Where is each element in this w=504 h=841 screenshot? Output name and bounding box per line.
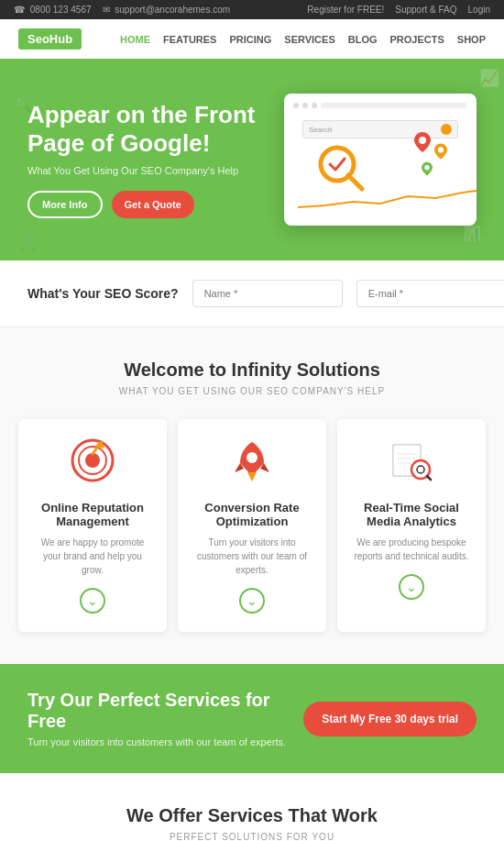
hero-buttons: More Info Get a Quote <box>27 191 284 218</box>
browser-mockup: Search <box>284 94 477 226</box>
hero-content: 🛒 📈 🔍 📊 Appear on the Front Page of Goog… <box>0 59 504 260</box>
register-link[interactable]: Register for FREE! <box>307 5 384 15</box>
map-pin-3 <box>422 161 433 179</box>
topbar-left: ☎ 0800 123 4567 ✉ support@ancorahemes.co… <box>14 5 230 15</box>
seo-name-input[interactable] <box>192 280 343 307</box>
card-conversion: Conversion Rate Optimization Turn your v… <box>178 419 326 632</box>
map-pin-2 <box>434 143 447 162</box>
search-bar-mock: Search <box>302 120 458 138</box>
deco-chart-icon: 📈 <box>479 68 499 88</box>
cta-text: Try Our Perfect Services for Free Turn y… <box>27 690 303 747</box>
card-analytics-title: Real-Time Social Media Analytics <box>351 501 472 528</box>
card-reputation-button[interactable]: ⌄ <box>80 588 105 614</box>
get-quote-button[interactable]: Get a Quote <box>112 191 194 218</box>
search-orange-button <box>441 124 452 135</box>
services-header: We Offer Services That Work PERFECT SOLU… <box>18 805 486 841</box>
cta-subtitle: Turn your visitors into customers with o… <box>27 736 303 747</box>
nav-projects[interactable]: PROJECTS <box>390 34 444 45</box>
welcome-subtitle: WHAT YOU GET USING OUR SEO COMPANY'S HEL… <box>18 386 486 396</box>
nav-services[interactable]: SERVICES <box>284 34 334 45</box>
seo-score-bar: What's Your SEO Score? CheckUp <box>0 260 504 327</box>
svg-point-4 <box>438 147 444 152</box>
magnifier-icon <box>312 138 367 196</box>
cta-title: Try Our Perfect Services for Free <box>27 690 303 732</box>
map-pin-1 <box>414 132 431 155</box>
service-cards: Online Reputation Management We are happ… <box>18 419 486 632</box>
svg-point-3 <box>419 137 426 144</box>
support-link[interactable]: Support & FAQ <box>395 5 456 15</box>
svg-point-5 <box>424 165 429 170</box>
hero-text: Appear on the Front Page of Google! What… <box>27 101 284 218</box>
topbar-phone: ☎ 0800 123 4567 <box>14 5 92 15</box>
card-reputation: Online Reputation Management We are happ… <box>18 419 167 632</box>
topbar-email: ✉ support@ancorahemes.com <box>103 5 231 15</box>
card-conversion-button[interactable]: ⌄ <box>239 588 265 614</box>
browser-dot-2 <box>302 103 308 108</box>
services-subtitle: PERFECT SOLUTIONS FOR YOU <box>18 832 486 841</box>
email-icon: ✉ <box>103 5 110 15</box>
browser-dot-1 <box>293 103 299 108</box>
seo-email-input[interactable] <box>356 280 504 307</box>
more-info-button[interactable]: More Info <box>27 191 103 218</box>
svg-point-2 <box>324 151 350 177</box>
card-analytics-text: We are producing bespoke reports and tec… <box>351 536 472 563</box>
cta-button[interactable]: Start My Free 30 days trial <box>303 702 477 736</box>
browser-dot-3 <box>312 103 317 108</box>
topbar-right: Register for FREE! Support & FAQ Login <box>307 5 490 15</box>
hero-image: Search <box>284 94 486 226</box>
nav-pricing[interactable]: PRICING <box>229 34 271 45</box>
card-analytics-button[interactable]: ⌄ <box>399 574 424 600</box>
login-link[interactable]: Login <box>468 5 490 15</box>
welcome-section: Welcome to Infinity Solutions WHAT YOU G… <box>0 327 504 664</box>
nav-blog[interactable]: BLOG <box>348 34 378 45</box>
seo-score-label: What's Your SEO Score? <box>27 286 179 301</box>
nav-home[interactable]: HOME <box>120 34 150 45</box>
hero-title: Appear on the Front Page of Google! <box>27 101 284 158</box>
browser-bar <box>293 103 467 108</box>
nav-shop[interactable]: SHOP <box>457 34 486 45</box>
hero-subtitle: What You Get Using Our SEO Company's Hel… <box>27 165 284 176</box>
phone-icon: ☎ <box>14 5 25 15</box>
services-section: We Offer Services That Work PERFECT SOLU… <box>0 773 504 841</box>
welcome-title: Welcome to Infinity Solutions <box>18 360 486 381</box>
target-icon <box>32 437 153 492</box>
svg-point-11 <box>247 452 257 463</box>
browser-url <box>321 103 467 108</box>
topbar: ☎ 0800 123 4567 ✉ support@ancorahemes.co… <box>0 0 504 19</box>
card-reputation-title: Online Reputation Management <box>32 501 153 528</box>
card-analytics: Real-Time Social Media Analytics We are … <box>337 419 486 632</box>
card-conversion-title: Conversion Rate Optimization <box>192 501 312 528</box>
card-conversion-text: Turn your visitors into customers with o… <box>192 536 312 577</box>
deco-shopping-icon: 🛒 <box>18 229 41 251</box>
nav-features[interactable]: FEATURES <box>163 34 216 45</box>
svg-line-1 <box>348 175 362 189</box>
analytics-icon <box>351 437 472 492</box>
logo: SeoHub <box>18 28 82 50</box>
hero-section: 🛒 📈 🔍 📊 Appear on the Front Page of Goog… <box>0 59 504 260</box>
rocket-icon <box>192 437 312 492</box>
main-nav: HOME FEATURES PRICING SERVICES BLOG PROJ… <box>120 34 486 45</box>
browser-content: Search <box>293 116 467 216</box>
header: SeoHub HOME FEATURES PRICING SERVICES BL… <box>0 19 504 59</box>
services-title: We Offer Services That Work <box>18 805 486 826</box>
deco-graph-icon: 📊 <box>463 225 481 242</box>
cta-banner: Try Our Perfect Services for Free Turn y… <box>0 664 504 773</box>
card-reputation-text: We are happy to promote your brand and h… <box>32 536 153 577</box>
search-text: Search <box>309 126 332 134</box>
svg-line-19 <box>427 476 431 480</box>
